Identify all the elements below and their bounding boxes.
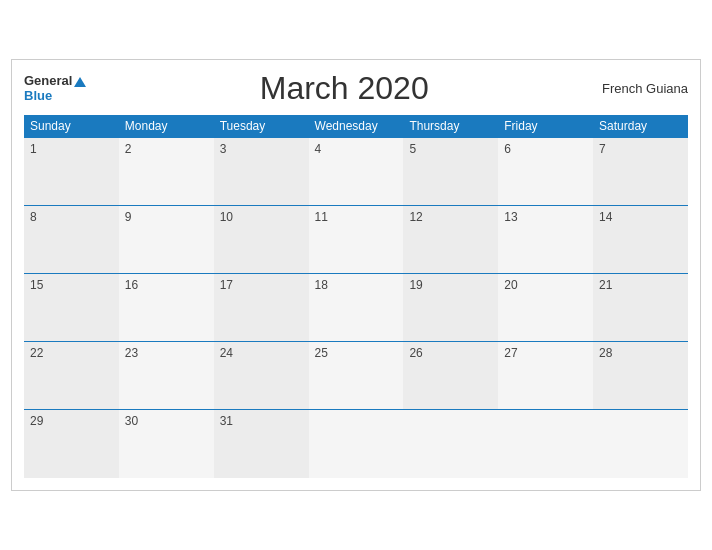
day-number: 6 [504,142,511,156]
calendar-week-row: 15161718192021 [24,274,688,342]
calendar-day-cell [403,410,498,478]
day-number: 2 [125,142,132,156]
day-number: 30 [125,414,138,428]
calendar-header: General Blue March 2020 French Guiana [24,70,688,107]
day-number: 4 [315,142,322,156]
weekday-header-cell: Tuesday [214,115,309,138]
day-number: 26 [409,346,422,360]
calendar-day-cell: 3 [214,138,309,206]
calendar-day-cell: 9 [119,206,214,274]
calendar-day-cell: 8 [24,206,119,274]
calendar-day-cell: 21 [593,274,688,342]
calendar-day-cell: 14 [593,206,688,274]
calendar-day-cell: 5 [403,138,498,206]
day-number: 19 [409,278,422,292]
day-number: 1 [30,142,37,156]
logo-triangle-icon [74,77,86,87]
logo-general-text: General [24,74,86,88]
calendar-day-cell: 18 [309,274,404,342]
calendar-day-cell: 20 [498,274,593,342]
day-number: 8 [30,210,37,224]
region-label: French Guiana [602,81,688,96]
day-number: 28 [599,346,612,360]
calendar-day-cell: 1 [24,138,119,206]
calendar-day-cell: 13 [498,206,593,274]
calendar-day-cell: 24 [214,342,309,410]
calendar-day-cell [498,410,593,478]
calendar-tbody: 1234567891011121314151617181920212223242… [24,138,688,478]
calendar-day-cell: 22 [24,342,119,410]
calendar-day-cell: 17 [214,274,309,342]
weekday-header-cell: Thursday [403,115,498,138]
calendar-day-cell: 6 [498,138,593,206]
calendar-day-cell: 26 [403,342,498,410]
day-number: 22 [30,346,43,360]
day-number: 16 [125,278,138,292]
calendar-day-cell: 10 [214,206,309,274]
calendar-title: March 2020 [260,70,429,107]
day-number: 12 [409,210,422,224]
calendar-day-cell: 28 [593,342,688,410]
calendar-day-cell: 15 [24,274,119,342]
calendar-day-cell [593,410,688,478]
logo: General Blue [24,74,86,103]
calendar-day-cell: 31 [214,410,309,478]
day-number: 7 [599,142,606,156]
calendar-week-row: 891011121314 [24,206,688,274]
calendar-day-cell: 29 [24,410,119,478]
day-number: 25 [315,346,328,360]
day-number: 23 [125,346,138,360]
day-number: 31 [220,414,233,428]
day-number: 3 [220,142,227,156]
calendar-week-row: 22232425262728 [24,342,688,410]
day-number: 14 [599,210,612,224]
weekday-header-cell: Wednesday [309,115,404,138]
weekday-header-cell: Saturday [593,115,688,138]
day-number: 11 [315,210,328,224]
calendar: General Blue March 2020 French Guiana Su… [11,59,701,491]
calendar-day-cell: 27 [498,342,593,410]
day-number: 21 [599,278,612,292]
day-number: 24 [220,346,233,360]
calendar-day-cell: 12 [403,206,498,274]
day-number: 29 [30,414,43,428]
calendar-day-cell: 2 [119,138,214,206]
calendar-day-cell: 19 [403,274,498,342]
calendar-thead: SundayMondayTuesdayWednesdayThursdayFrid… [24,115,688,138]
day-number: 20 [504,278,517,292]
day-number: 13 [504,210,517,224]
weekday-header-cell: Friday [498,115,593,138]
day-number: 9 [125,210,132,224]
weekday-header-cell: Sunday [24,115,119,138]
calendar-day-cell: 23 [119,342,214,410]
day-number: 15 [30,278,43,292]
calendar-day-cell [309,410,404,478]
calendar-day-cell: 7 [593,138,688,206]
weekday-header-row: SundayMondayTuesdayWednesdayThursdayFrid… [24,115,688,138]
calendar-day-cell: 16 [119,274,214,342]
day-number: 18 [315,278,328,292]
day-number: 5 [409,142,416,156]
logo-blue-text: Blue [24,89,52,103]
day-number: 10 [220,210,233,224]
day-number: 17 [220,278,233,292]
calendar-table: SundayMondayTuesdayWednesdayThursdayFrid… [24,115,688,478]
day-number: 27 [504,346,517,360]
calendar-day-cell: 30 [119,410,214,478]
calendar-day-cell: 4 [309,138,404,206]
calendar-day-cell: 25 [309,342,404,410]
calendar-day-cell: 11 [309,206,404,274]
calendar-week-row: 293031 [24,410,688,478]
weekday-header-cell: Monday [119,115,214,138]
calendar-week-row: 1234567 [24,138,688,206]
